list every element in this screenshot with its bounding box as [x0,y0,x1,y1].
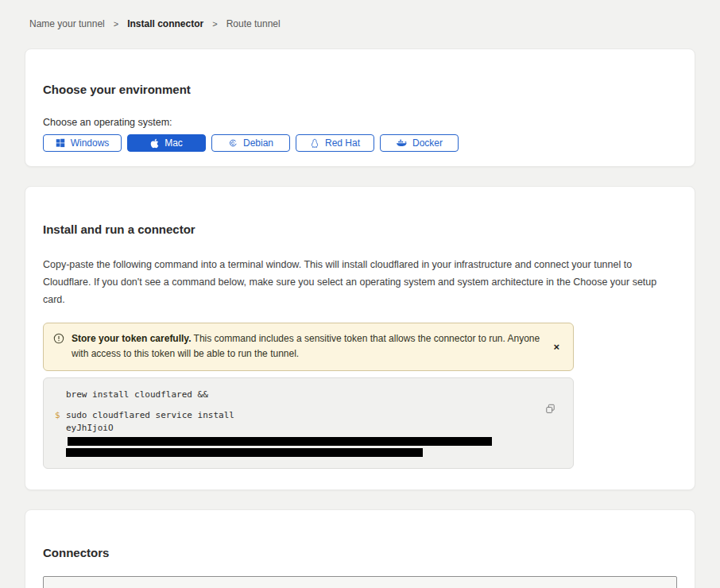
breadcrumb-separator: > [212,19,217,29]
alert-circle-icon [53,333,64,350]
os-button-label: Red Hat [325,137,360,149]
apple-icon [150,138,159,149]
code-prompt-dollar: $ [55,409,66,423]
os-button-label: Docker [412,137,443,149]
token-warning-bold: Store your token carefully. [72,333,192,344]
code-line-token: eyJhIjoiO [66,422,538,448]
os-button-mac[interactable]: Mac [127,134,206,152]
os-button-debian[interactable]: Debian [211,134,290,152]
os-button-label: Mac [165,137,183,149]
os-button-label: Debian [243,137,273,149]
breadcrumb: Name your tunnel > Install connector > R… [25,0,695,29]
choose-environment-title: Choose your environment [43,83,677,96]
token-warning-banner: Store your token carefully. This command… [43,323,574,372]
os-button-redhat[interactable]: Red Hat [296,134,374,152]
code-gutter [55,422,66,448]
token-prefix: eyJhIjoiO [66,423,114,433]
os-button-windows[interactable]: Windows [43,134,122,152]
docker-whale-icon [396,138,407,148]
debian-swirl-icon [228,138,238,148]
install-connector-card: Install and run a connector Copy-paste t… [25,186,695,490]
os-button-label: Windows [71,137,110,149]
token-warning-text: Store your token carefully. This command… [72,331,546,363]
install-connector-title: Install and run a connector [43,222,677,236]
connectors-table: Connector ID Status Data centers Origin … [43,576,677,588]
choose-environment-card: Choose your environment Choose an operat… [25,48,695,167]
connectors-title: Connectors [43,546,677,559]
breadcrumb-step-route-tunnel[interactable]: Route tunnel [226,18,281,29]
close-icon[interactable]: × [550,340,563,354]
windows-icon [56,138,65,148]
redacted-token-bar [66,448,423,457]
breadcrumb-step-name-your-tunnel[interactable]: Name your tunnel [29,18,105,29]
os-button-docker[interactable]: Docker [380,134,459,152]
install-command-codeblock[interactable]: brew install cloudflared && $ sudo cloud… [43,377,574,469]
os-button-row: Windows Mac Debian [43,134,677,153]
copy-icon[interactable] [544,402,557,418]
code-gutter [55,389,66,402]
tunnel-setup-page: Name your tunnel > Install connector > R… [0,0,720,588]
connectors-card: Connectors Connector ID Status Data cent… [25,509,695,588]
penguin-icon [310,138,319,149]
install-instructions-text: Copy-paste the following command into a … [43,256,677,309]
breadcrumb-separator: > [114,19,118,29]
os-select-label: Choose an operating system: [43,117,677,128]
code-line-sudo: sudo cloudflared service install [66,409,234,423]
code-gutter [55,448,66,457]
code-line-brew: brew install cloudflared && [66,389,208,402]
breadcrumb-step-install-connector[interactable]: Install connector [127,18,203,29]
redacted-token-bar [68,437,492,446]
